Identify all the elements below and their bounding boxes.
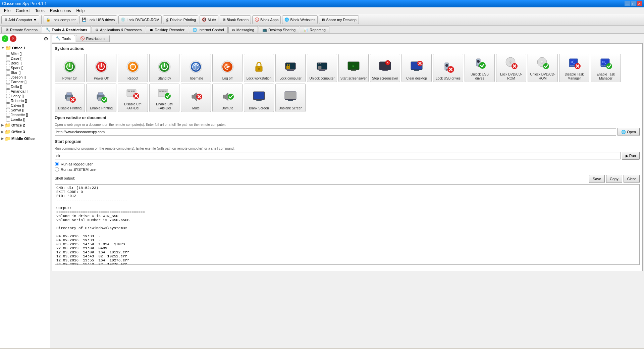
log-off-button[interactable]: Log off [212,54,243,82]
start-screensaver-button[interactable]: ▶ Start screensaver [338,54,369,82]
clear-button[interactable]: Clear [624,175,640,183]
minimize-button[interactable]: — [625,1,630,6]
disable-printing-toolbar-button[interactable]: 🖨 Disable Printing [163,15,198,24]
checkbox-della[interactable] [6,85,10,89]
checkbox-mike[interactable] [6,52,10,56]
run-as-system-radio[interactable] [55,167,59,171]
lock-usb-toolbar-button[interactable]: 💾 Lock USB drives [79,15,117,24]
disable-ctrl-alt-del-button[interactable]: Ctrl Alt Del Disable Ctrl +Alt+Del [118,84,148,112]
tree-item-roberto[interactable]: Roberto [] [5,98,49,103]
tree-group-office2[interactable]: ▶ 📁 Office 2 [1,122,49,129]
power-on-button[interactable]: Power On [55,54,85,82]
unlock-dvd-cdrom-button[interactable]: Unlock DVD/CD-ROM [528,54,558,82]
tab-applications-processes[interactable]: ⚙ Applications & Processes [92,26,145,33]
lock-computer-toolbar-button[interactable]: 🔒 Lock computer [44,15,78,24]
open-url-button[interactable]: 🌐 Open [618,128,640,136]
tree-item-mike[interactable]: Mike [] [5,51,49,56]
blank-screen-button[interactable]: Blank Screen [244,84,274,112]
add-computer-button[interactable]: 🖥 Add Computer ▼ [1,15,39,24]
tab-messaging[interactable]: ✉ Messaging [228,26,258,33]
tree-item-calvin[interactable]: Calvin [] [5,103,49,108]
enable-task-manager-button[interactable]: Enable Task Manager [591,54,621,82]
menu-context[interactable]: Context [13,8,32,14]
tab-internet-control[interactable]: 🌐 Internet Control [189,26,228,33]
checkbox-earnest[interactable] [6,80,10,84]
sidebar-x-button[interactable]: ✕ [10,35,16,42]
run-as-logged-radio[interactable] [55,162,59,166]
unlock-usb-drives-button[interactable]: Unlock USB drives [465,54,495,82]
menu-help[interactable]: Help [73,8,87,14]
tree-item-jeanette[interactable]: Jeanette [] [5,112,49,117]
lock-computer-button[interactable]: Lock computer [275,54,306,82]
unblank-screen-button[interactable]: Unblank Screen [275,84,306,112]
tree-item-della[interactable]: Della [] [5,84,49,89]
tree-item-joseph[interactable]: Joseph [] [5,75,49,80]
checkbox-loretta[interactable] [6,117,10,121]
disable-task-manager-button[interactable]: Disable Task Manager [559,54,589,82]
checkbox-joseph[interactable] [6,75,10,79]
unmute-button[interactable]: Unmute [212,84,243,112]
tab-desktop-recorder[interactable]: ⏺ Desktop Recorder [146,26,188,33]
disable-printing-button[interactable]: Disable Printing [55,84,85,112]
run-button[interactable]: ▶ Run [622,152,640,160]
checkbox-star[interactable] [6,70,10,74]
tree-group-middle-office[interactable]: ▶ 📁 Middle Office [1,135,49,142]
lock-dvd-toolbar-button[interactable]: 💿 Lock DVD/CD-ROM [118,15,162,24]
tree-item-henry[interactable]: Henry [] [5,94,49,98]
sidebar-check-button[interactable]: ✓ [2,35,8,42]
blank-screen-toolbar-button[interactable]: 🖥 Blank Screen [220,15,251,24]
stand-by-button[interactable]: Stand by [149,54,179,82]
checkbox-spark[interactable] [6,66,10,70]
save-button[interactable]: Save [589,175,605,183]
tab-tools-restrictions[interactable]: 🔧 Tools & Restrictions [42,26,91,33]
checkbox-henry[interactable] [6,94,10,98]
url-input[interactable] [55,128,616,136]
tab-reporting[interactable]: 📊 Reporting [300,26,329,33]
run-as-logged-label[interactable]: Run as logged user [55,162,640,166]
tree-group-office1[interactable]: ▼ 📁 Office 1 [1,45,49,51]
lock-usb-drives-button[interactable]: Lock USB drives [433,54,463,82]
power-off-button[interactable]: Power Off [86,54,116,82]
command-input[interactable] [55,152,621,159]
enable-ctrl-alt-del-button[interactable]: Ctrl Alt Del Enable Ctrl +Alt+Del [149,84,179,112]
tree-item-loretta[interactable]: Loretta [] [5,117,49,122]
close-button[interactable]: ✕ [637,1,642,6]
checkbox-dave[interactable] [6,56,10,60]
tab-desktop-sharing[interactable]: 📺 Desktop Sharing [259,26,299,33]
lock-workstation-button[interactable]: Lock workstation [244,54,274,82]
enable-printing-button[interactable]: Enable Printing [86,84,116,112]
run-as-system-label[interactable]: Run as SYSTEM user [55,167,640,171]
hibernate-button[interactable]: Hibernate [181,54,211,82]
checkbox-sonya[interactable] [6,108,10,112]
tree-item-earnest[interactable]: Earnest [] [5,80,49,84]
clear-desktop-button[interactable]: Clear desktop [401,54,432,82]
mute-toolbar-button[interactable]: 🔇 Mute [200,15,218,24]
reboot-button[interactable]: Reboot [118,54,148,82]
sub-tab-restrictions[interactable]: 🚫 Restrictions [76,35,110,42]
menu-file[interactable]: File [1,8,13,14]
tree-item-dave[interactable]: Dave [] [5,56,49,61]
menu-restrictions[interactable]: Restrictions [47,8,74,14]
lock-dvd-cdrom-button[interactable]: Lock DVD/CD-ROM [496,54,526,82]
tree-group-office3[interactable]: ▶ 📁 Office 3 [1,129,49,135]
mute-button[interactable]: Mute [181,84,211,112]
tab-remote-screens[interactable]: 🖥 Remote Screens [1,26,41,33]
checkbox-jeanette[interactable] [6,113,10,117]
tree-item-amanda[interactable]: Amanda [] [5,89,49,94]
block-websites-toolbar-button[interactable]: 🌐 Block Websites [282,15,318,24]
share-desktop-toolbar-button[interactable]: 🖥 Share my Desktop [319,15,359,24]
sidebar-settings-icon[interactable]: ⚙ [44,36,48,42]
block-apps-toolbar-button[interactable]: 🚫 Block Apps [252,15,281,24]
unlock-computer-button[interactable]: Unlock computer [307,54,337,82]
menu-tools[interactable]: Tools [33,8,47,14]
tree-item-sonya[interactable]: Sonya [] [5,108,49,112]
tree-item-spark[interactable]: Spark [] [5,65,49,70]
sub-tab-tools[interactable]: 🔧 Tools [52,35,75,42]
tree-item-star[interactable]: Star [] [5,70,49,75]
checkbox-borg[interactable] [6,61,10,65]
checkbox-calvin[interactable] [6,103,10,107]
maximize-button[interactable]: □ [631,1,636,6]
stop-screensaver-button[interactable]: ✕ Stop screensaver [370,54,400,82]
checkbox-roberto[interactable] [6,99,10,103]
copy-button[interactable]: Copy [606,175,622,183]
